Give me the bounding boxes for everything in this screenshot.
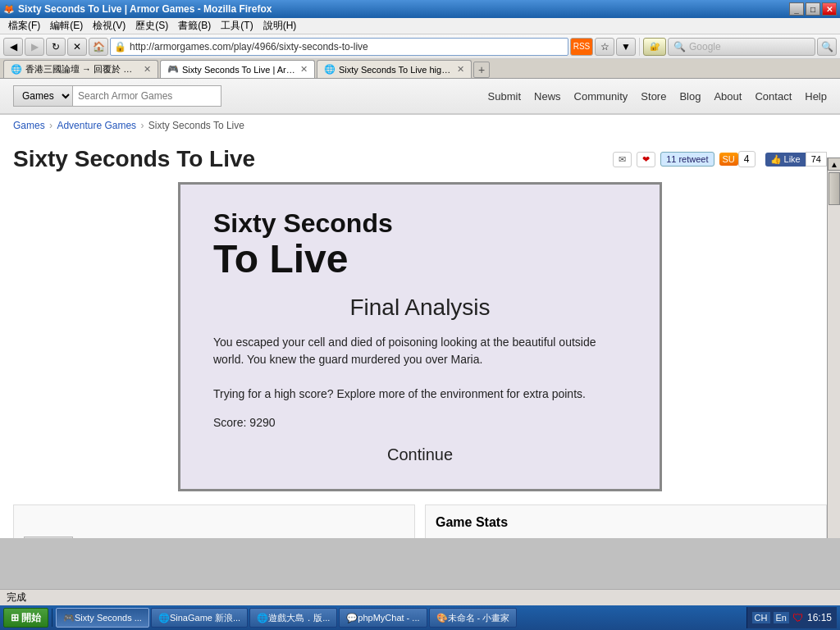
- game-title: Sixty Seconds To Live: [13, 146, 613, 172]
- rss-icon[interactable]: RSS: [570, 38, 593, 56]
- start-label: 開始: [21, 611, 41, 625]
- minimize-button[interactable]: _: [789, 2, 804, 16]
- tab-2-close[interactable]: ✕: [300, 64, 308, 75]
- maximize-button[interactable]: □: [806, 2, 820, 16]
- home-button[interactable]: 🏠: [89, 38, 108, 56]
- tab-3[interactable]: 🌐 Sixty Seconds To Live highest score… ✕: [317, 60, 472, 78]
- tab-1[interactable]: 🌐 香港三國論壇 → 回覆於 最後60秒… ✕: [3, 60, 158, 78]
- status-text: 完成: [7, 591, 26, 605]
- stats-title: Game Stats: [436, 515, 816, 530]
- mail-button[interactable]: ✉: [613, 152, 632, 167]
- menu-bar: 檔案(F) 編輯(E) 檢視(V) 歷史(S) 書籤(B) 工具(T) 說明(H…: [0, 18, 840, 34]
- site-nav: Submit News Community Store Blog About C…: [488, 90, 827, 103]
- tab-2-favicon: 🎮: [167, 64, 179, 75]
- addon-button[interactable]: 🔐: [643, 38, 666, 56]
- bookmark-star[interactable]: ☆: [595, 38, 614, 56]
- reload-button[interactable]: ↻: [46, 38, 66, 56]
- nav-contact[interactable]: Contact: [755, 90, 792, 103]
- tab-3-favicon: 🌐: [324, 64, 336, 75]
- bookmark-dropdown[interactable]: ▼: [616, 38, 636, 56]
- window-controls[interactable]: _ □ ✕: [789, 2, 837, 16]
- nav-community[interactable]: Community: [574, 90, 628, 103]
- game-frame: Sixty Seconds To Live Final Analysis You…: [178, 182, 662, 491]
- fb-count: 74: [806, 152, 827, 167]
- continue-button[interactable]: Continue: [213, 445, 627, 464]
- games-select[interactable]: Games: [14, 86, 73, 106]
- stumbleupon-button[interactable]: SU: [719, 153, 738, 166]
- close-button[interactable]: ✕: [822, 2, 837, 16]
- taskbar-item-1-icon: 🌐: [158, 613, 170, 623]
- antivirus-icon: 🛡: [792, 611, 804, 624]
- breadcrumb-adventure[interactable]: Adventure Games: [57, 120, 136, 131]
- status-bar: 完成: [0, 589, 840, 605]
- analysis-paragraph2: Trying for a high score? Explore more of…: [213, 386, 627, 403]
- menu-view[interactable]: 檢視(V): [88, 19, 130, 33]
- tab-1-close[interactable]: ✕: [144, 64, 151, 75]
- author-avatar: [24, 536, 73, 538]
- scroll-up-arrow[interactable]: ▲: [828, 158, 840, 171]
- menu-history[interactable]: 歷史(S): [130, 19, 173, 33]
- new-tab-button[interactable]: +: [473, 62, 490, 78]
- analysis-paragraph1: You escaped your cell and died of poison…: [213, 334, 627, 368]
- nav-submit[interactable]: Submit: [488, 90, 521, 103]
- taskbar-item-0[interactable]: 🎮 Sixty Seconds ...: [56, 608, 149, 628]
- retweet-label: retweet: [678, 154, 708, 164]
- taskbar-item-4-icon: 🎨: [436, 613, 448, 623]
- tab-3-close[interactable]: ✕: [457, 64, 464, 75]
- author-section: By Deeperbeige View all games by this au…: [13, 504, 415, 538]
- breadcrumb-current: Sixty Seconds To Live: [148, 120, 244, 131]
- back-button[interactable]: ◀: [3, 38, 23, 56]
- search-submit-button[interactable]: 🔍: [817, 38, 837, 56]
- fb-like-button[interactable]: 👍 Like: [765, 153, 806, 167]
- forward-button[interactable]: ▶: [25, 38, 44, 56]
- tab-3-label: Sixty Seconds To Live highest score…: [339, 65, 454, 75]
- scroll-thumb[interactable]: [829, 172, 840, 205]
- taskbar-item-1[interactable]: 🌐 SinaGame 新浪...: [151, 608, 248, 628]
- score-display: Score: 9290: [213, 416, 627, 429]
- nav-news[interactable]: News: [534, 90, 561, 103]
- title-bar: 🦊 Sixty Seconds To Live | Armor Games - …: [0, 0, 840, 18]
- taskbar-item-2[interactable]: 🌐 遊戲大島．版...: [249, 608, 337, 628]
- taskbar-item-0-icon: 🎮: [63, 613, 75, 623]
- tab-2[interactable]: 🎮 Sixty Seconds To Live | Armor … ✕: [160, 60, 315, 78]
- nav-blog[interactable]: Blog: [679, 90, 701, 103]
- breadcrumb-sep1: ›: [49, 120, 55, 131]
- taskbar-right: CH En 🛡 16:15: [746, 607, 837, 628]
- start-windows-icon: ⊞: [11, 612, 19, 623]
- search-input[interactable]: [73, 86, 221, 106]
- tabs-bar: 🌐 香港三國論壇 → 回覆於 最後60秒… ✕ 🎮 Sixty Seconds …: [0, 59, 840, 79]
- menu-file[interactable]: 檔案(F): [3, 19, 45, 33]
- breadcrumb: Games › Adventure Games › Sixty Seconds …: [0, 115, 840, 136]
- game-logo-line2: To Live: [213, 238, 627, 281]
- taskbar-item-4[interactable]: 🎨 未命名 - 小畫家: [429, 608, 518, 628]
- tab-2-label: Sixty Seconds To Live | Armor …: [182, 65, 297, 75]
- nav-about[interactable]: About: [714, 90, 742, 103]
- nav-help[interactable]: Help: [805, 90, 827, 103]
- taskbar: ⊞ 開始 🎮 Sixty Seconds ... 🌐 SinaGame 新浪..…: [0, 605, 840, 630]
- search-engine-icon: 🔍: [673, 41, 686, 52]
- taskbar-item-3-icon: 💬: [346, 613, 358, 623]
- fb-like-icon: 👍: [770, 154, 784, 164]
- menu-help[interactable]: 說明(H): [258, 19, 302, 33]
- website-content: Games Submit News Community Store Blog A…: [0, 79, 840, 538]
- right-scrollbar[interactable]: ▲ ▼: [827, 158, 840, 538]
- breadcrumb-games[interactable]: Games: [13, 120, 45, 131]
- menu-tools[interactable]: 工具(T): [216, 19, 258, 33]
- taskbar-item-3[interactable]: 💬 phpMyChat - ...: [339, 608, 427, 628]
- input-method-ch[interactable]: CH: [752, 612, 770, 623]
- retweet-button[interactable]: 11 retweet: [660, 152, 714, 167]
- menu-edit[interactable]: 編輯(E): [45, 19, 88, 33]
- nav-store[interactable]: Store: [641, 90, 666, 103]
- stats-section: Game Stats AVERAGE YOUR VOTE: [425, 504, 827, 538]
- input-method-en[interactable]: En: [774, 612, 789, 623]
- heart-button[interactable]: ❤: [637, 152, 655, 167]
- address-bar[interactable]: 🔒 http://armorgames.com/play/4966/sixty-…: [110, 38, 568, 56]
- stop-button[interactable]: ✕: [67, 38, 87, 56]
- breadcrumb-sep2: ›: [140, 120, 146, 131]
- menu-bookmarks[interactable]: 書籤(B): [173, 19, 216, 33]
- games-dropdown[interactable]: Games: [13, 85, 221, 107]
- start-button[interactable]: ⊞ 開始: [3, 608, 48, 628]
- search-go-button[interactable]: 🔍 Google: [668, 38, 815, 56]
- tab-1-favicon: 🌐: [11, 64, 22, 75]
- social-buttons: ✉ ❤ 11 retweet SU 4 👍 Like 74: [613, 151, 827, 167]
